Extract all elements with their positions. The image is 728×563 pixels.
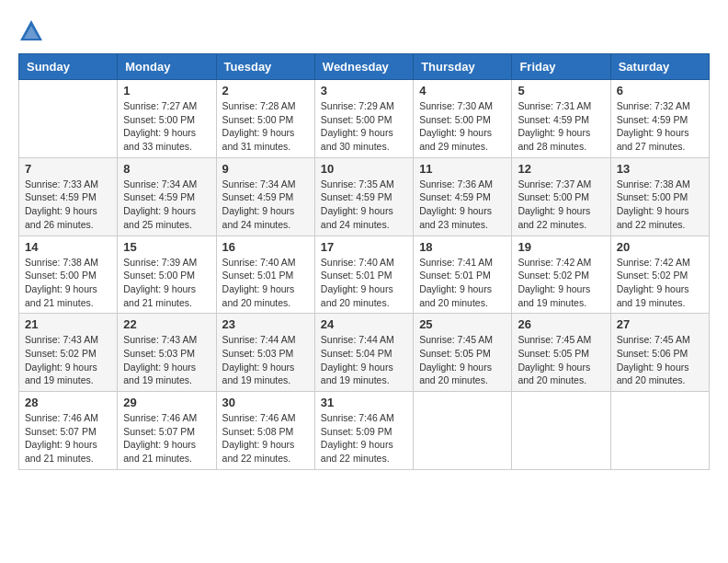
calendar-cell: 15Sunrise: 7:39 AM Sunset: 5:00 PM Dayli… bbox=[118, 236, 216, 314]
day-number: 21 bbox=[25, 317, 111, 331]
day-info: Sunrise: 7:34 AM Sunset: 4:59 PM Dayligh… bbox=[123, 178, 210, 232]
calendar-week-row: 21Sunrise: 7:43 AM Sunset: 5:02 PM Dayli… bbox=[19, 314, 710, 392]
page-header bbox=[18, 18, 710, 44]
day-info: Sunrise: 7:45 AM Sunset: 5:05 PM Dayligh… bbox=[518, 333, 604, 387]
day-info: Sunrise: 7:43 AM Sunset: 5:03 PM Dayligh… bbox=[123, 333, 210, 387]
calendar-cell bbox=[19, 80, 118, 158]
calendar-cell: 7Sunrise: 7:33 AM Sunset: 4:59 PM Daylig… bbox=[19, 157, 118, 236]
calendar-cell: 3Sunrise: 7:29 AM Sunset: 5:00 PM Daylig… bbox=[314, 80, 413, 158]
calendar-cell: 1Sunrise: 7:27 AM Sunset: 5:00 PM Daylig… bbox=[118, 80, 216, 158]
calendar-cell bbox=[414, 392, 512, 470]
calendar-week-row: 7Sunrise: 7:33 AM Sunset: 4:59 PM Daylig… bbox=[19, 157, 710, 236]
day-info: Sunrise: 7:40 AM Sunset: 5:01 PM Dayligh… bbox=[321, 256, 407, 310]
day-info: Sunrise: 7:36 AM Sunset: 4:59 PM Dayligh… bbox=[419, 178, 506, 232]
calendar-cell: 19Sunrise: 7:42 AM Sunset: 5:02 PM Dayli… bbox=[512, 236, 610, 314]
day-info: Sunrise: 7:32 AM Sunset: 4:59 PM Dayligh… bbox=[617, 99, 703, 154]
day-info: Sunrise: 7:45 AM Sunset: 5:05 PM Dayligh… bbox=[419, 333, 506, 387]
day-number: 3 bbox=[321, 84, 407, 98]
day-number: 26 bbox=[518, 317, 604, 331]
day-number: 2 bbox=[222, 84, 309, 98]
day-number: 30 bbox=[222, 396, 309, 409]
day-number: 17 bbox=[321, 240, 407, 254]
calendar-week-row: 28Sunrise: 7:46 AM Sunset: 5:07 PM Dayli… bbox=[19, 392, 710, 470]
day-info: Sunrise: 7:46 AM Sunset: 5:09 PM Dayligh… bbox=[321, 411, 407, 465]
day-info: Sunrise: 7:43 AM Sunset: 5:02 PM Dayligh… bbox=[25, 333, 111, 387]
day-number: 29 bbox=[123, 396, 210, 409]
calendar-cell: 28Sunrise: 7:46 AM Sunset: 5:07 PM Dayli… bbox=[19, 392, 118, 470]
day-info: Sunrise: 7:42 AM Sunset: 5:02 PM Dayligh… bbox=[617, 256, 703, 310]
calendar-cell: 2Sunrise: 7:28 AM Sunset: 5:00 PM Daylig… bbox=[216, 80, 314, 158]
calendar-cell: 10Sunrise: 7:35 AM Sunset: 4:59 PM Dayli… bbox=[314, 157, 413, 236]
day-number: 15 bbox=[123, 240, 210, 254]
day-number: 18 bbox=[419, 240, 506, 254]
day-info: Sunrise: 7:28 AM Sunset: 5:00 PM Dayligh… bbox=[222, 99, 309, 154]
day-info: Sunrise: 7:45 AM Sunset: 5:06 PM Dayligh… bbox=[617, 333, 703, 387]
day-number: 19 bbox=[518, 240, 604, 254]
weekday-header: Sunday bbox=[19, 54, 118, 80]
day-number: 4 bbox=[419, 84, 506, 98]
day-number: 13 bbox=[617, 162, 703, 176]
day-number: 25 bbox=[419, 317, 506, 331]
day-info: Sunrise: 7:29 AM Sunset: 5:00 PM Dayligh… bbox=[321, 99, 407, 154]
day-number: 9 bbox=[222, 162, 309, 176]
day-info: Sunrise: 7:34 AM Sunset: 4:59 PM Dayligh… bbox=[222, 178, 309, 232]
calendar-cell: 9Sunrise: 7:34 AM Sunset: 4:59 PM Daylig… bbox=[216, 157, 314, 236]
calendar-cell: 31Sunrise: 7:46 AM Sunset: 5:09 PM Dayli… bbox=[314, 392, 413, 470]
calendar-cell: 4Sunrise: 7:30 AM Sunset: 5:00 PM Daylig… bbox=[414, 80, 512, 158]
calendar-cell: 5Sunrise: 7:31 AM Sunset: 4:59 PM Daylig… bbox=[512, 80, 610, 158]
calendar-cell: 27Sunrise: 7:45 AM Sunset: 5:06 PM Dayli… bbox=[610, 314, 709, 392]
weekday-header: Thursday bbox=[414, 54, 512, 80]
day-info: Sunrise: 7:46 AM Sunset: 5:07 PM Dayligh… bbox=[123, 411, 210, 465]
weekday-header: Tuesday bbox=[216, 54, 314, 80]
day-number: 28 bbox=[25, 396, 111, 409]
day-number: 11 bbox=[419, 162, 506, 176]
weekday-header: Friday bbox=[512, 54, 610, 80]
calendar-cell bbox=[610, 392, 709, 470]
calendar-cell: 11Sunrise: 7:36 AM Sunset: 4:59 PM Dayli… bbox=[414, 157, 512, 236]
calendar-cell: 23Sunrise: 7:44 AM Sunset: 5:03 PM Dayli… bbox=[216, 314, 314, 392]
weekday-header: Saturday bbox=[610, 54, 709, 80]
day-number: 7 bbox=[25, 162, 111, 176]
day-number: 16 bbox=[222, 240, 309, 254]
day-number: 31 bbox=[321, 396, 407, 409]
calendar-header-row: SundayMondayTuesdayWednesdayThursdayFrid… bbox=[19, 54, 710, 80]
day-info: Sunrise: 7:33 AM Sunset: 4:59 PM Dayligh… bbox=[25, 178, 111, 232]
day-number: 27 bbox=[617, 317, 703, 331]
day-number: 23 bbox=[222, 317, 309, 331]
calendar-cell: 6Sunrise: 7:32 AM Sunset: 4:59 PM Daylig… bbox=[610, 80, 709, 158]
day-info: Sunrise: 7:27 AM Sunset: 5:00 PM Dayligh… bbox=[123, 99, 210, 154]
day-number: 10 bbox=[321, 162, 407, 176]
calendar-week-row: 14Sunrise: 7:38 AM Sunset: 5:00 PM Dayli… bbox=[19, 236, 710, 314]
calendar-cell: 30Sunrise: 7:46 AM Sunset: 5:08 PM Dayli… bbox=[216, 392, 314, 470]
calendar-cell: 25Sunrise: 7:45 AM Sunset: 5:05 PM Dayli… bbox=[414, 314, 512, 392]
calendar-cell bbox=[512, 392, 610, 470]
day-info: Sunrise: 7:38 AM Sunset: 5:00 PM Dayligh… bbox=[617, 178, 703, 232]
logo-icon bbox=[18, 18, 44, 44]
day-info: Sunrise: 7:41 AM Sunset: 5:01 PM Dayligh… bbox=[419, 256, 506, 310]
day-number: 12 bbox=[518, 162, 604, 176]
day-number: 24 bbox=[321, 317, 407, 331]
day-number: 20 bbox=[617, 240, 703, 254]
calendar-cell: 24Sunrise: 7:44 AM Sunset: 5:04 PM Dayli… bbox=[314, 314, 413, 392]
calendar-week-row: 1Sunrise: 7:27 AM Sunset: 5:00 PM Daylig… bbox=[19, 80, 710, 158]
calendar-cell: 13Sunrise: 7:38 AM Sunset: 5:00 PM Dayli… bbox=[610, 157, 709, 236]
day-number: 22 bbox=[123, 317, 210, 331]
day-info: Sunrise: 7:42 AM Sunset: 5:02 PM Dayligh… bbox=[518, 256, 604, 310]
calendar-cell: 18Sunrise: 7:41 AM Sunset: 5:01 PM Dayli… bbox=[414, 236, 512, 314]
calendar-cell: 14Sunrise: 7:38 AM Sunset: 5:00 PM Dayli… bbox=[19, 236, 118, 314]
calendar-cell: 26Sunrise: 7:45 AM Sunset: 5:05 PM Dayli… bbox=[512, 314, 610, 392]
calendar-cell: 20Sunrise: 7:42 AM Sunset: 5:02 PM Dayli… bbox=[610, 236, 709, 314]
calendar-cell: 16Sunrise: 7:40 AM Sunset: 5:01 PM Dayli… bbox=[216, 236, 314, 314]
day-info: Sunrise: 7:44 AM Sunset: 5:04 PM Dayligh… bbox=[321, 333, 407, 387]
weekday-header: Monday bbox=[118, 54, 216, 80]
calendar-cell: 17Sunrise: 7:40 AM Sunset: 5:01 PM Dayli… bbox=[314, 236, 413, 314]
day-number: 14 bbox=[25, 240, 111, 254]
day-info: Sunrise: 7:38 AM Sunset: 5:00 PM Dayligh… bbox=[25, 256, 111, 310]
day-info: Sunrise: 7:46 AM Sunset: 5:08 PM Dayligh… bbox=[222, 411, 309, 465]
calendar-cell: 8Sunrise: 7:34 AM Sunset: 4:59 PM Daylig… bbox=[118, 157, 216, 236]
day-info: Sunrise: 7:46 AM Sunset: 5:07 PM Dayligh… bbox=[25, 411, 111, 465]
calendar-cell: 21Sunrise: 7:43 AM Sunset: 5:02 PM Dayli… bbox=[19, 314, 118, 392]
day-info: Sunrise: 7:40 AM Sunset: 5:01 PM Dayligh… bbox=[222, 256, 309, 310]
day-info: Sunrise: 7:37 AM Sunset: 5:00 PM Dayligh… bbox=[518, 178, 604, 232]
day-number: 1 bbox=[123, 84, 210, 98]
